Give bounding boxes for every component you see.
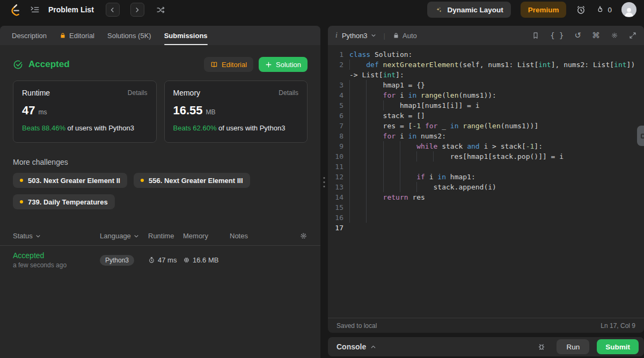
memory-card-title: Memory: [173, 89, 201, 97]
code-line: 15: [328, 202, 644, 213]
top-navbar: Problem List Dynamic Lay: [0, 0, 644, 19]
challenge-chip[interactable]: 503. Next Greater Element II: [13, 173, 127, 188]
dynamic-layout-button[interactable]: Dynamic Layout: [427, 2, 510, 18]
runtime-details-link[interactable]: Details: [128, 89, 148, 97]
problem-list-icon[interactable]: [30, 5, 40, 14]
problem-list-title[interactable]: Problem List: [48, 5, 94, 14]
random-problem-icon[interactable]: [156, 5, 165, 14]
reset-code-icon[interactable]: ↺: [574, 31, 581, 40]
submissions-table: Status Language Runtime Memory Notes: [0, 227, 320, 274]
editorial-button[interactable]: Editorial: [204, 57, 253, 72]
line-number: 3: [328, 80, 349, 90]
daily-streak[interactable]: 0: [596, 5, 612, 14]
run-button[interactable]: Run: [557, 339, 589, 354]
fullscreen-expand-icon[interactable]: [629, 32, 636, 39]
tab-submissions[interactable]: Submissions: [158, 26, 214, 45]
line-number: 7: [328, 121, 349, 131]
challenge-chip[interactable]: 739. Daily Temperatures: [13, 194, 115, 209]
leetcode-logo-icon[interactable]: [9, 3, 20, 16]
code-line: 3hmap1 = {}: [328, 80, 644, 90]
panel-collapse-handle[interactable]: [637, 126, 644, 146]
line-number: 8: [328, 131, 349, 141]
editor-settings-gear-icon[interactable]: [611, 32, 618, 39]
shortcuts-icon[interactable]: ⌘: [592, 31, 600, 40]
code-line: 2def nextGreaterElement(self, nums1: Lis…: [328, 60, 644, 70]
challenge-chip-label: 556. Next Greater Element III: [149, 177, 243, 185]
chevron-down-icon: [35, 233, 41, 239]
line-number: 2: [328, 60, 349, 70]
flame-icon: [596, 5, 604, 14]
sparkles-icon: [435, 6, 443, 14]
language-selector[interactable]: Python3: [342, 32, 376, 40]
problem-panel: Description Editorial Solutions (5K) Sub…: [0, 26, 320, 358]
line-number: 17: [328, 223, 349, 233]
row-memory: 16.6 MB: [183, 256, 230, 264]
stopwatch-icon: [148, 257, 155, 264]
check-circle-icon: [13, 60, 23, 70]
bookmark-icon[interactable]: [532, 32, 539, 39]
code-lines: 1class Solution:2def nextGreaterElement(…: [328, 49, 644, 233]
tab-editorial[interactable]: Editorial: [53, 26, 101, 45]
prev-problem-button[interactable]: [106, 3, 120, 17]
code-editor[interactable]: 1class Solution:2def nextGreaterElement(…: [328, 45, 644, 318]
runtime-column-header: Runtime: [148, 232, 183, 240]
code-line: 13stack.append(i): [328, 182, 644, 192]
table-settings-gear-icon[interactable]: [299, 232, 308, 240]
tab-description[interactable]: Description: [5, 26, 53, 45]
memory-chip-icon: [183, 257, 190, 264]
console-toggle[interactable]: Console: [336, 342, 376, 351]
status-column-header[interactable]: Status: [13, 232, 100, 240]
premium-button[interactable]: Premium: [521, 2, 567, 18]
challenge-chip-label: 739. Daily Temperatures: [28, 198, 108, 206]
chevron-down-icon: [134, 233, 139, 239]
line-number: 12: [328, 172, 349, 182]
code-line: 4for i in range(len(nums1)):: [328, 90, 644, 100]
challenge-chip[interactable]: 556. Next Greater Element III: [134, 173, 250, 188]
avatar[interactable]: [621, 2, 636, 17]
notes-column-header: Notes: [230, 232, 299, 240]
code-line: 5hmap1[nums1[i]] = i: [328, 100, 644, 111]
memory-unit: MB: [206, 108, 216, 116]
editor-statusbar: Saved to local Ln 17, Col 9: [328, 318, 644, 333]
format-code-icon[interactable]: { }: [550, 31, 564, 40]
code-line: 10res[hmap1[stack.pop()]] = i: [328, 151, 644, 162]
code-line-wrap: -> List[int]:: [328, 70, 644, 80]
console-label: Console: [336, 342, 366, 351]
chevron-up-icon: [370, 344, 376, 350]
chevron-down-icon: [371, 33, 376, 38]
next-problem-button[interactable]: [130, 3, 144, 17]
language-column-header[interactable]: Language: [100, 232, 148, 240]
row-time: a few seconds ago: [13, 261, 100, 269]
divider: |: [384, 32, 385, 40]
runtime-unit: ms: [38, 108, 47, 116]
more-challenges-label: More challenges: [0, 143, 320, 166]
lock-icon: [60, 32, 66, 39]
line-number: 4: [328, 90, 349, 100]
runtime-card[interactable]: Runtime Details 47 ms Beats 88.46% of us…: [13, 81, 157, 143]
runtime-value: 47: [22, 104, 35, 118]
tab-label: Editorial: [69, 32, 94, 40]
problem-tabbar: Description Editorial Solutions (5K) Sub…: [0, 26, 320, 45]
solution-button-label: Solution: [276, 61, 301, 69]
code-line: 8for i in nums2:: [328, 131, 644, 141]
line-number: 13: [328, 182, 349, 192]
submit-button[interactable]: Submit: [597, 339, 639, 354]
app-root: Problem List Dynamic Lay: [0, 0, 644, 358]
line-number: 16: [328, 213, 349, 223]
runtime-card-title: Runtime: [22, 89, 50, 97]
memory-card[interactable]: Memory Details 16.55 MB Beats 62.60% of …: [164, 81, 308, 143]
debug-bug-icon[interactable]: [537, 342, 546, 351]
row-language-badge: Python3: [100, 255, 134, 266]
panel-resize-handle[interactable]: [324, 177, 325, 187]
memory-value: 16.55: [173, 104, 203, 118]
language-file-icon: i: [335, 31, 338, 40]
timer-icon[interactable]: [576, 5, 586, 15]
submission-row[interactable]: Accepted a few seconds ago Python3 47 ms: [0, 246, 320, 274]
memory-details-link[interactable]: Details: [279, 89, 298, 97]
add-solution-button[interactable]: Solution: [259, 57, 308, 72]
dynamic-layout-label: Dynamic Layout: [447, 6, 503, 14]
code-line: 14return res: [328, 192, 644, 202]
auto-save-toggle[interactable]: Auto: [393, 32, 417, 40]
tab-solutions[interactable]: Solutions (5K): [101, 26, 158, 45]
code-editor-panel: i Python3 | Auto: [328, 26, 644, 333]
